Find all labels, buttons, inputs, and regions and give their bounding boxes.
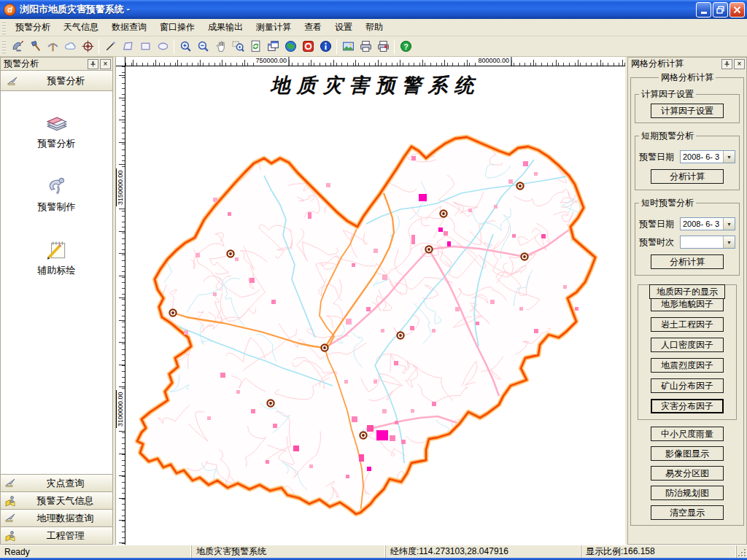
pickaxe-icon[interactable] (44, 38, 61, 55)
disaster-cell (213, 198, 217, 202)
cascade-icon[interactable] (264, 38, 282, 55)
menu-item-6[interactable]: 测量计算 (249, 19, 298, 36)
factor-button-6[interactable]: 灾害分布因子 (651, 399, 724, 413)
left-panel-item-3[interactable]: 辅助标绘 (1, 237, 112, 277)
left-panel-group-1[interactable]: 灾点查询 (1, 474, 112, 491)
short-time-analyze-button[interactable]: 分析计算 (651, 254, 724, 269)
disaster-cell (534, 329, 538, 333)
town-marker[interactable] (227, 250, 233, 257)
close-icon[interactable]: × (734, 59, 745, 69)
extra-button-1[interactable]: 中小尺度雨量 (651, 427, 724, 441)
globe-icon[interactable] (282, 38, 299, 55)
left-panel-group-2[interactable]: 预警天气信息 (1, 491, 112, 509)
left-panel-item-2[interactable]: 预警制作 (1, 174, 112, 214)
factor-button-4[interactable]: 地震烈度因子 (651, 358, 724, 373)
menu-item-7[interactable]: 查看 (298, 19, 328, 36)
toolbar-grip[interactable] (2, 40, 6, 53)
extra-button-5[interactable]: 清空显示 (651, 505, 724, 520)
pin-icon[interactable] (721, 59, 732, 69)
extra-button-4[interactable]: 防治规划图 (651, 486, 724, 500)
menu-item-8[interactable]: 设置 (328, 19, 359, 36)
left-panel-group-4[interactable]: 工程管理 (1, 526, 112, 544)
zoom-out-icon[interactable] (194, 38, 212, 55)
factor-button-5[interactable]: 矿山分布因子 (651, 378, 724, 393)
town-marker[interactable] (267, 400, 274, 406)
axe-icon[interactable] (26, 38, 44, 55)
disaster-cell (411, 235, 415, 244)
menu-item-4[interactable]: 窗口操作 (153, 19, 201, 36)
ellipse-icon[interactable] (154, 38, 171, 55)
cloud-icon[interactable] (61, 38, 79, 55)
help-icon[interactable]: ? (397, 38, 414, 55)
print-icon[interactable] (357, 38, 374, 55)
status-coordinates: 经纬度:114.273103,28.047916 (386, 545, 581, 558)
chevron-down-icon[interactable]: ▼ (723, 218, 735, 230)
app-logo-icon: d (4, 4, 16, 16)
town-marker[interactable] (425, 246, 432, 252)
factor-button-2[interactable]: 岩土工程因子 (651, 317, 724, 332)
chevron-down-icon[interactable]: ▼ (723, 236, 735, 248)
window-title: 浏阳市地质灾害预警系统 - (20, 3, 694, 16)
minimize-button[interactable] (696, 2, 711, 18)
menu-item-9[interactable]: 帮助 (359, 19, 390, 36)
line-icon[interactable] (101, 38, 119, 55)
menubar-grip[interactable] (2, 21, 6, 34)
left-panel-section-header[interactable]: 预警分析 (1, 71, 112, 91)
disaster-cell (207, 416, 211, 420)
stop-icon[interactable] (299, 38, 317, 55)
disaster-cell (447, 241, 451, 246)
info-icon[interactable] (317, 38, 334, 55)
disaster-cell (220, 373, 225, 378)
print-preview-icon[interactable] (374, 38, 392, 55)
extra-button-2[interactable]: 影像图显示 (651, 446, 724, 461)
zoom-in-icon[interactable] (177, 38, 194, 55)
disaster-cell (251, 409, 255, 413)
close-button[interactable] (729, 2, 745, 18)
pan-icon[interactable] (212, 38, 229, 55)
factor-button-1[interactable]: 地形地貌因子 (651, 297, 724, 311)
town-marker[interactable] (360, 432, 366, 438)
disaster-cell (411, 156, 416, 160)
short-term-analyze-button[interactable]: 分析计算 (651, 169, 724, 184)
town-marker[interactable] (397, 332, 403, 338)
titlebar: d 浏阳市地质灾害预警系统 - (0, 0, 747, 19)
town-marker[interactable] (516, 182, 523, 189)
restore-button[interactable] (713, 2, 728, 18)
geo-factor-display-button[interactable]: 地质因子的显示 (649, 284, 725, 299)
image-icon[interactable] (339, 38, 357, 55)
left-panel-item-1[interactable]: 预警分析 (1, 110, 112, 150)
pin-icon[interactable] (88, 59, 98, 69)
town-marker[interactable] (521, 253, 527, 260)
disaster-cell (266, 460, 269, 464)
refresh-icon[interactable] (247, 38, 264, 55)
disaster-cell (534, 172, 538, 176)
rectangle-icon[interactable] (136, 38, 154, 55)
disaster-cell (228, 212, 231, 216)
radar-icon[interactable] (9, 38, 26, 55)
town-marker[interactable] (440, 210, 446, 217)
menu-item-5[interactable]: 成果输出 (201, 19, 249, 36)
short-time-times-combo[interactable]: ▼ (680, 236, 735, 249)
factor-setting-button[interactable]: 计算因子设置 (651, 104, 724, 118)
resize-grip[interactable] (737, 545, 747, 558)
disaster-cell (382, 275, 387, 280)
short-term-date-combo[interactable]: 2008- 6- 3 ▼ (680, 150, 735, 163)
left-panel-group-3[interactable]: 地理数据查询 (1, 509, 112, 526)
zoom-window-icon[interactable] (229, 38, 247, 55)
menu-item-2[interactable]: 天气信息 (57, 19, 105, 36)
menu-item-1[interactable]: 预警分析 (9, 19, 57, 36)
map-canvas[interactable]: 地质灾害预警系统 (125, 66, 625, 545)
chevron-down-icon[interactable]: ▼ (723, 151, 735, 163)
target-icon[interactable] (79, 38, 96, 55)
left-panel-group-label: 工程管理 (21, 529, 109, 542)
factor-button-3[interactable]: 人口密度因子 (651, 338, 724, 352)
town-marker[interactable] (169, 309, 176, 316)
disaster-cell (271, 300, 276, 304)
town-marker[interactable] (321, 344, 328, 351)
polygon-icon[interactable] (119, 38, 136, 55)
short-time-date-combo[interactable]: 2008- 6- 3 ▼ (680, 217, 735, 230)
extra-button-3[interactable]: 易发分区图 (651, 466, 724, 481)
close-icon[interactable]: × (100, 59, 111, 69)
menu-item-3[interactable]: 数据查询 (105, 19, 153, 36)
short-time-times-label: 预警时次 (639, 236, 680, 249)
